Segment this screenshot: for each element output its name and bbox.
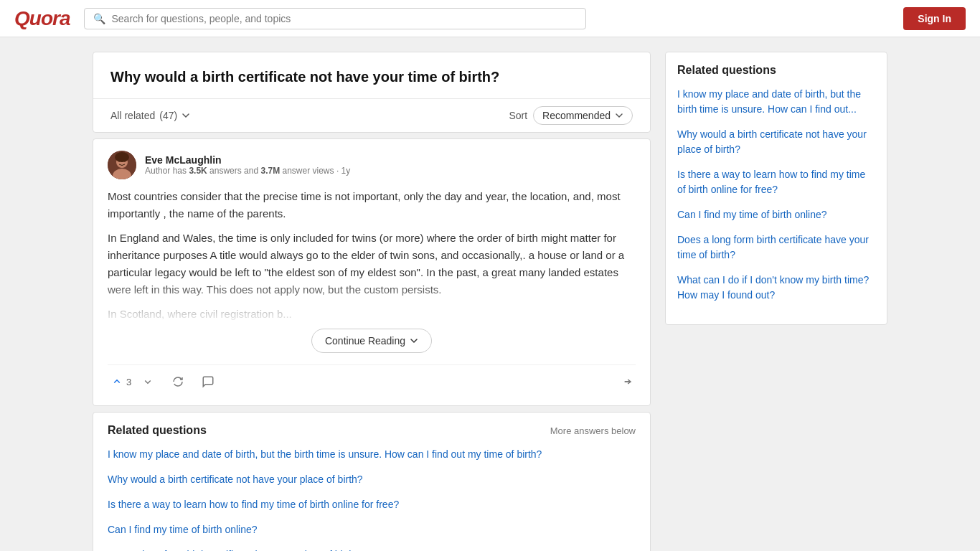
- answer-fade: Most countries consider that the precise…: [108, 188, 636, 323]
- sign-in-button[interactable]: Sign In: [903, 7, 966, 30]
- related-count: (47): [159, 110, 177, 121]
- refresh-icon: [171, 375, 184, 388]
- filter-bar: All related (47) Sort Recommended: [93, 98, 650, 132]
- action-bar: 3: [108, 364, 636, 394]
- related-header: Related questions More answers below: [108, 424, 636, 437]
- answer-block: Eve McLaughlin Author has 3.5K answers a…: [93, 138, 651, 406]
- continue-reading-button[interactable]: Continue Reading: [311, 329, 432, 353]
- sort-label: Sort: [509, 110, 527, 121]
- sidebar-related-link-1[interactable]: I know my place and date of birth, but t…: [677, 88, 861, 115]
- upvote-count: 3: [126, 377, 131, 387]
- answer-text: Most countries consider that the precise…: [108, 188, 636, 323]
- author-meta: Author has 3.5K answers and 3.7M answer …: [145, 166, 350, 176]
- list-item: I know my place and date of birth, but t…: [108, 447, 636, 462]
- vote-group: 3: [108, 372, 157, 391]
- list-item: Does a long form birth certificate have …: [677, 232, 875, 263]
- downvote-button[interactable]: [138, 372, 157, 391]
- author-row: Eve McLaughlin Author has 3.5K answers a…: [108, 151, 636, 179]
- related-questions-list: I know my place and date of birth, but t…: [108, 447, 636, 551]
- header: Quora 🔍 Sign In: [0, 0, 980, 37]
- comment-icon: [202, 375, 215, 388]
- comment-button[interactable]: [199, 372, 217, 391]
- answer-fade-overlay: [108, 280, 636, 323]
- share-button[interactable]: [617, 372, 636, 391]
- related-question-link-3[interactable]: Is there a way to learn how to find my t…: [108, 499, 399, 510]
- upvote-button[interactable]: 3: [108, 372, 134, 391]
- author-info: Eve McLaughlin Author has 3.5K answers a…: [145, 154, 350, 176]
- main-container: Why would a birth certificate not have y…: [81, 37, 899, 551]
- sidebar-related-link-2[interactable]: Why would a birth certificate not have y…: [677, 128, 867, 155]
- question-title: Why would a birth certificate not have y…: [110, 67, 633, 87]
- sidebar-related-title: Related questions: [677, 64, 875, 77]
- author-name[interactable]: Eve McLaughlin: [145, 154, 350, 166]
- related-question-link-2[interactable]: Why would a birth certificate not have y…: [108, 474, 363, 485]
- all-related-label: All related: [110, 110, 155, 121]
- list-item: What can I do if I don't know my birth t…: [677, 273, 875, 303]
- related-questions-title: Related questions: [108, 424, 207, 437]
- sidebar: Related questions I know my place and da…: [665, 52, 887, 325]
- avatar: [108, 151, 136, 179]
- sort-area: Sort Recommended: [509, 106, 633, 125]
- sidebar-related-link-4[interactable]: Can I find my time of birth online?: [677, 209, 827, 220]
- svg-point-5: [115, 152, 129, 162]
- chevron-down-icon: [182, 111, 190, 120]
- list-item: Can I find my time of birth online?: [108, 522, 636, 537]
- related-question-link-1[interactable]: I know my place and date of birth, but t…: [108, 448, 542, 460]
- list-item: I know my place and date of birth, but t…: [677, 87, 875, 117]
- continue-reading-label: Continue Reading: [325, 335, 405, 347]
- list-item: Is there a way to learn how to find my t…: [108, 497, 636, 512]
- sidebar-related-link-3[interactable]: Is there a way to learn how to find my t…: [677, 169, 865, 195]
- share-icon: [620, 375, 633, 388]
- list-item: Can I find my time of birth online?: [677, 207, 875, 222]
- continue-reading-chevron-icon: [410, 336, 418, 345]
- list-item: Why would a birth certificate not have y…: [108, 472, 636, 487]
- downvote-icon: [141, 375, 154, 388]
- sidebar-related-list: I know my place and date of birth, but t…: [677, 87, 875, 303]
- sort-dropdown[interactable]: Recommended: [533, 106, 633, 125]
- sort-chevron-icon: [615, 111, 623, 120]
- list-item: Why would a birth certificate not have y…: [677, 127, 875, 157]
- question-card: Why would a birth certificate not have y…: [93, 52, 651, 133]
- search-bar[interactable]: 🔍: [84, 8, 586, 29]
- quora-logo: Quora: [14, 7, 70, 30]
- list-item: Does a long form birth certificate have …: [108, 547, 636, 551]
- search-icon: 🔍: [93, 13, 105, 24]
- answer-paragraph-1: Most countries consider that the precise…: [108, 188, 636, 222]
- all-related-filter[interactable]: All related (47): [110, 110, 190, 121]
- related-question-link-4[interactable]: Can I find my time of birth online?: [108, 524, 258, 535]
- upvote-icon: [110, 375, 123, 388]
- sort-value: Recommended: [542, 110, 611, 121]
- continue-reading-wrap: Continue Reading: [108, 323, 636, 359]
- content-area: Why would a birth certificate not have y…: [93, 52, 651, 551]
- sidebar-card: Related questions I know my place and da…: [665, 52, 887, 325]
- more-answers-label: More answers below: [550, 425, 636, 436]
- sidebar-related-link-6[interactable]: What can I do if I don't know my birth t…: [677, 274, 869, 301]
- sidebar-related-link-5[interactable]: Does a long form birth certificate have …: [677, 234, 869, 260]
- related-questions-main: Related questions More answers below I k…: [93, 412, 651, 551]
- list-item: Is there a way to learn how to find my t…: [677, 167, 875, 197]
- refresh-button[interactable]: [169, 372, 187, 391]
- search-input[interactable]: [111, 13, 577, 24]
